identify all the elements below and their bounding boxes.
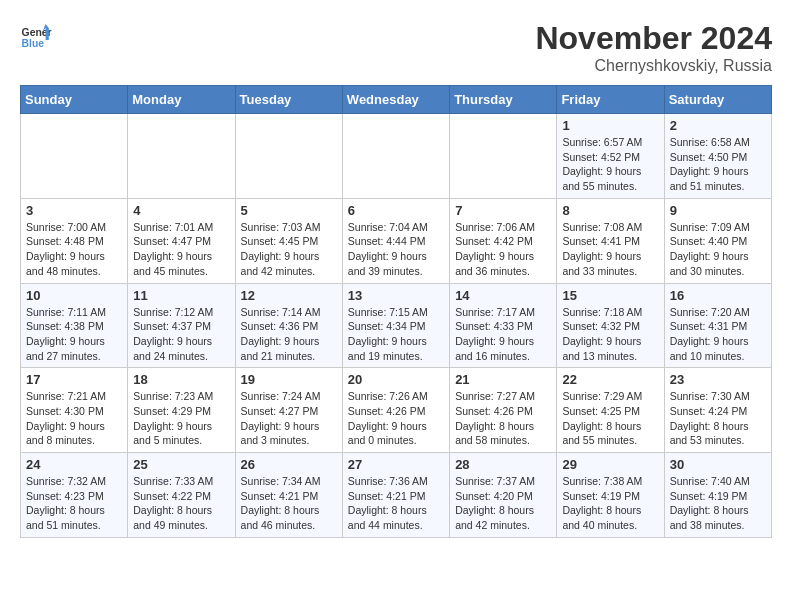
calendar-day-12: 12Sunrise: 7:14 AM Sunset: 4:36 PM Dayli…: [235, 283, 342, 368]
day-number-18: 18: [133, 372, 229, 387]
day-info-26: Sunrise: 7:34 AM Sunset: 4:21 PM Dayligh…: [241, 474, 337, 533]
calendar-day-7: 7Sunrise: 7:06 AM Sunset: 4:42 PM Daylig…: [450, 198, 557, 283]
calendar-day-15: 15Sunrise: 7:18 AM Sunset: 4:32 PM Dayli…: [557, 283, 664, 368]
day-number-11: 11: [133, 288, 229, 303]
day-info-4: Sunrise: 7:01 AM Sunset: 4:47 PM Dayligh…: [133, 220, 229, 279]
weekday-header-row: SundayMondayTuesdayWednesdayThursdayFrid…: [21, 86, 772, 114]
calendar-day-4: 4Sunrise: 7:01 AM Sunset: 4:47 PM Daylig…: [128, 198, 235, 283]
calendar-table: SundayMondayTuesdayWednesdayThursdayFrid…: [20, 85, 772, 538]
calendar-day-5: 5Sunrise: 7:03 AM Sunset: 4:45 PM Daylig…: [235, 198, 342, 283]
day-info-24: Sunrise: 7:32 AM Sunset: 4:23 PM Dayligh…: [26, 474, 122, 533]
calendar-day-17: 17Sunrise: 7:21 AM Sunset: 4:30 PM Dayli…: [21, 368, 128, 453]
day-info-23: Sunrise: 7:30 AM Sunset: 4:24 PM Dayligh…: [670, 389, 766, 448]
day-info-20: Sunrise: 7:26 AM Sunset: 4:26 PM Dayligh…: [348, 389, 444, 448]
calendar-day-26: 26Sunrise: 7:34 AM Sunset: 4:21 PM Dayli…: [235, 453, 342, 538]
day-info-3: Sunrise: 7:00 AM Sunset: 4:48 PM Dayligh…: [26, 220, 122, 279]
calendar-day-11: 11Sunrise: 7:12 AM Sunset: 4:37 PM Dayli…: [128, 283, 235, 368]
day-number-6: 6: [348, 203, 444, 218]
day-info-14: Sunrise: 7:17 AM Sunset: 4:33 PM Dayligh…: [455, 305, 551, 364]
calendar-day-14: 14Sunrise: 7:17 AM Sunset: 4:33 PM Dayli…: [450, 283, 557, 368]
calendar-week-1: 1Sunrise: 6:57 AM Sunset: 4:52 PM Daylig…: [21, 114, 772, 199]
day-info-7: Sunrise: 7:06 AM Sunset: 4:42 PM Dayligh…: [455, 220, 551, 279]
calendar-day-3: 3Sunrise: 7:00 AM Sunset: 4:48 PM Daylig…: [21, 198, 128, 283]
calendar-week-3: 10Sunrise: 7:11 AM Sunset: 4:38 PM Dayli…: [21, 283, 772, 368]
day-number-8: 8: [562, 203, 658, 218]
calendar-day-19: 19Sunrise: 7:24 AM Sunset: 4:27 PM Dayli…: [235, 368, 342, 453]
calendar-empty-cell: [235, 114, 342, 199]
calendar-empty-cell: [450, 114, 557, 199]
calendar-day-9: 9Sunrise: 7:09 AM Sunset: 4:40 PM Daylig…: [664, 198, 771, 283]
calendar-day-18: 18Sunrise: 7:23 AM Sunset: 4:29 PM Dayli…: [128, 368, 235, 453]
day-info-27: Sunrise: 7:36 AM Sunset: 4:21 PM Dayligh…: [348, 474, 444, 533]
day-number-17: 17: [26, 372, 122, 387]
weekday-header-thursday: Thursday: [450, 86, 557, 114]
day-info-11: Sunrise: 7:12 AM Sunset: 4:37 PM Dayligh…: [133, 305, 229, 364]
calendar-day-21: 21Sunrise: 7:27 AM Sunset: 4:26 PM Dayli…: [450, 368, 557, 453]
day-info-8: Sunrise: 7:08 AM Sunset: 4:41 PM Dayligh…: [562, 220, 658, 279]
day-info-15: Sunrise: 7:18 AM Sunset: 4:32 PM Dayligh…: [562, 305, 658, 364]
day-info-1: Sunrise: 6:57 AM Sunset: 4:52 PM Dayligh…: [562, 135, 658, 194]
weekday-header-friday: Friday: [557, 86, 664, 114]
day-info-9: Sunrise: 7:09 AM Sunset: 4:40 PM Dayligh…: [670, 220, 766, 279]
weekday-header-saturday: Saturday: [664, 86, 771, 114]
header: General Blue November 2024 Chernyshkovsk…: [20, 20, 772, 75]
calendar-day-20: 20Sunrise: 7:26 AM Sunset: 4:26 PM Dayli…: [342, 368, 449, 453]
calendar-empty-cell: [21, 114, 128, 199]
day-info-6: Sunrise: 7:04 AM Sunset: 4:44 PM Dayligh…: [348, 220, 444, 279]
logo: General Blue: [20, 20, 52, 52]
day-number-13: 13: [348, 288, 444, 303]
day-number-5: 5: [241, 203, 337, 218]
calendar-day-13: 13Sunrise: 7:15 AM Sunset: 4:34 PM Dayli…: [342, 283, 449, 368]
day-number-20: 20: [348, 372, 444, 387]
calendar-day-28: 28Sunrise: 7:37 AM Sunset: 4:20 PM Dayli…: [450, 453, 557, 538]
day-info-28: Sunrise: 7:37 AM Sunset: 4:20 PM Dayligh…: [455, 474, 551, 533]
day-number-16: 16: [670, 288, 766, 303]
day-number-2: 2: [670, 118, 766, 133]
day-number-26: 26: [241, 457, 337, 472]
day-number-15: 15: [562, 288, 658, 303]
weekday-header-monday: Monday: [128, 86, 235, 114]
day-info-29: Sunrise: 7:38 AM Sunset: 4:19 PM Dayligh…: [562, 474, 658, 533]
calendar-day-8: 8Sunrise: 7:08 AM Sunset: 4:41 PM Daylig…: [557, 198, 664, 283]
calendar-day-30: 30Sunrise: 7:40 AM Sunset: 4:19 PM Dayli…: [664, 453, 771, 538]
calendar-day-29: 29Sunrise: 7:38 AM Sunset: 4:19 PM Dayli…: [557, 453, 664, 538]
calendar-empty-cell: [342, 114, 449, 199]
day-number-19: 19: [241, 372, 337, 387]
day-number-23: 23: [670, 372, 766, 387]
day-number-25: 25: [133, 457, 229, 472]
day-number-1: 1: [562, 118, 658, 133]
weekday-header-tuesday: Tuesday: [235, 86, 342, 114]
day-info-22: Sunrise: 7:29 AM Sunset: 4:25 PM Dayligh…: [562, 389, 658, 448]
day-number-7: 7: [455, 203, 551, 218]
day-number-21: 21: [455, 372, 551, 387]
day-number-3: 3: [26, 203, 122, 218]
title-area: November 2024 Chernyshkovskiy, Russia: [535, 20, 772, 75]
day-number-29: 29: [562, 457, 658, 472]
day-info-21: Sunrise: 7:27 AM Sunset: 4:26 PM Dayligh…: [455, 389, 551, 448]
calendar-week-4: 17Sunrise: 7:21 AM Sunset: 4:30 PM Dayli…: [21, 368, 772, 453]
day-info-16: Sunrise: 7:20 AM Sunset: 4:31 PM Dayligh…: [670, 305, 766, 364]
weekday-header-sunday: Sunday: [21, 86, 128, 114]
weekday-header-wednesday: Wednesday: [342, 86, 449, 114]
day-info-5: Sunrise: 7:03 AM Sunset: 4:45 PM Dayligh…: [241, 220, 337, 279]
calendar-day-24: 24Sunrise: 7:32 AM Sunset: 4:23 PM Dayli…: [21, 453, 128, 538]
svg-text:Blue: Blue: [22, 38, 45, 49]
day-number-9: 9: [670, 203, 766, 218]
day-number-10: 10: [26, 288, 122, 303]
calendar-day-27: 27Sunrise: 7:36 AM Sunset: 4:21 PM Dayli…: [342, 453, 449, 538]
calendar-day-23: 23Sunrise: 7:30 AM Sunset: 4:24 PM Dayli…: [664, 368, 771, 453]
calendar-day-22: 22Sunrise: 7:29 AM Sunset: 4:25 PM Dayli…: [557, 368, 664, 453]
calendar-day-1: 1Sunrise: 6:57 AM Sunset: 4:52 PM Daylig…: [557, 114, 664, 199]
day-number-24: 24: [26, 457, 122, 472]
day-number-14: 14: [455, 288, 551, 303]
calendar-week-5: 24Sunrise: 7:32 AM Sunset: 4:23 PM Dayli…: [21, 453, 772, 538]
calendar-week-2: 3Sunrise: 7:00 AM Sunset: 4:48 PM Daylig…: [21, 198, 772, 283]
day-info-25: Sunrise: 7:33 AM Sunset: 4:22 PM Dayligh…: [133, 474, 229, 533]
day-number-28: 28: [455, 457, 551, 472]
day-number-30: 30: [670, 457, 766, 472]
calendar-day-10: 10Sunrise: 7:11 AM Sunset: 4:38 PM Dayli…: [21, 283, 128, 368]
day-info-18: Sunrise: 7:23 AM Sunset: 4:29 PM Dayligh…: [133, 389, 229, 448]
calendar-day-2: 2Sunrise: 6:58 AM Sunset: 4:50 PM Daylig…: [664, 114, 771, 199]
month-title: November 2024: [535, 20, 772, 57]
day-number-22: 22: [562, 372, 658, 387]
